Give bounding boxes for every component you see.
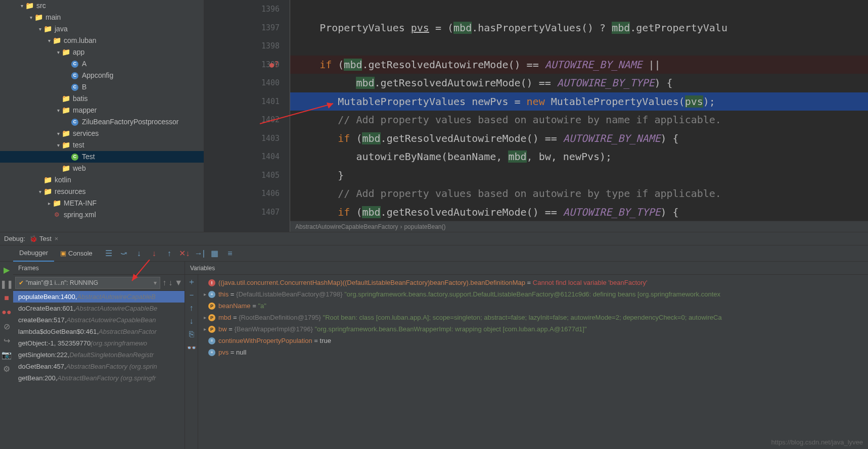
expand-icon[interactable]: ▾ [45,35,53,46]
tab-debugger[interactable]: Debugger [13,245,54,262]
expand-icon[interactable]: ▾ [55,139,62,151]
mute-icon[interactable]: ⊘ [3,322,11,330]
expand-icon[interactable]: ▸ [201,326,208,332]
code-line[interactable]: PropertyValues pvs = (mbd.hasPropertyVal… [290,19,868,37]
frame-row[interactable]: getObject:-1, 352359770 (org.springframe… [13,337,185,349]
frame-row[interactable]: doGetBean:457, AbstractBeanFactory (org.… [13,361,185,372]
tree-item[interactable]: ▾📁main [0,12,204,23]
variables-list[interactable]: !((java.util.concurrent.ConcurrentHashMa… [198,275,868,449]
close-icon[interactable]: × [55,235,59,242]
expand-icon[interactable]: ▸ [201,315,208,320]
tree-item[interactable]: 📁batis [0,93,204,105]
tree-item[interactable]: ▾📁resources [0,186,204,197]
variable-row[interactable]: ▸≡this = {DefaultListableBeanFactory@179… [198,288,868,300]
remove-watch-icon[interactable]: － [188,291,196,299]
variable-row[interactable]: ≡pvs = null [198,346,868,358]
filter-icon[interactable]: ▼ [174,278,182,287]
variable-row[interactable]: ≡continueWithPropertyPopulation = true [198,335,868,346]
variable-row[interactable]: !((java.util.concurrent.ConcurrentHashMa… [198,277,868,288]
breadcrumb[interactable]: AbstractAutowireCapableBeanFactory › pop… [290,221,868,232]
next-frame-icon[interactable]: ↓ [168,278,172,287]
debug-run-config[interactable]: 🐞 Test [29,235,52,242]
code-line[interactable]: mbd.getResolvedAutowireMode() == AUTOWIR… [290,74,868,92]
frame-row[interactable]: createBean:517, AbstractAutowireCapableB… [13,314,185,326]
expand-icon[interactable]: ▾ [55,128,62,139]
tree-item[interactable]: CAppconfig [0,70,204,81]
code-line[interactable]: if (mbd.getResolvedAutowireMode() == AUT… [290,203,868,222]
tree-item[interactable]: ▾📁java [0,23,204,35]
expand-icon[interactable]: ▾ [55,46,62,58]
gutter-line[interactable]: 1406 [204,184,280,203]
down-icon[interactable]: ↓ [188,317,196,325]
gutter-line[interactable]: 1397 [204,19,280,37]
code-line[interactable]: // Add property values based on autowire… [290,184,868,203]
step-out-icon[interactable]: ↑ [165,250,173,258]
tree-item[interactable]: ▾📁test [0,139,204,151]
breakpoint-icon[interactable]: ●? [269,56,279,74]
code-line[interactable]: autowireByName(beanName, mbd, bw, newPvs… [290,147,868,166]
code-editor[interactable]: 1396139713981399●?1400140114021403140414… [204,0,868,232]
camera-icon[interactable]: 📷 [3,351,11,359]
trace-icon[interactable]: ≡ [226,250,234,258]
frame-row[interactable]: getBean:200, AbstractBeanFactory (org.sp… [13,372,185,384]
frame-row[interactable]: doCreateBean:601, AbstractAutowireCapabl… [13,303,185,314]
variable-row[interactable]: ▸Pmbd = {RootBeanDefinition@1795} "Root … [198,312,868,323]
glasses-icon[interactable]: 👓 [188,343,196,352]
step-into-icon[interactable]: ↓ [135,250,143,258]
frame-row[interactable]: lambda$doGetBean$0:461, AbstractBeanFact… [13,326,185,337]
code-line[interactable]: if (mbd.getResolvedAutowireMode() == AUT… [290,56,868,74]
code-line[interactable]: if (mbd.getResolvedAutowireMode() == AUT… [290,129,868,148]
up-icon[interactable]: ↑ [188,304,196,312]
prev-frame-icon[interactable]: ↑ [162,278,166,287]
tree-item[interactable]: ▸📁META-INF [0,197,204,209]
code-line[interactable]: } [290,166,868,185]
run-to-cursor-icon[interactable]: →| [196,250,204,258]
tree-item[interactable]: ▾📁com.luban [0,35,204,46]
tree-item[interactable]: ▾📁mapper [0,105,204,116]
code-line[interactable] [290,37,868,56]
tree-item[interactable]: CA [0,58,204,70]
evaluate-icon[interactable]: ▦ [211,250,219,258]
frames-list[interactable]: populateBean:1400, AbstractAutowireCapab… [13,291,185,449]
settings-icon[interactable]: ⚙ [3,365,11,373]
code-line[interactable]: // Add property values based on autowire… [290,111,868,129]
gutter-line[interactable]: 1404 [204,147,280,166]
gutter-line[interactable]: 1398 [204,37,280,56]
expand-icon[interactable]: ▾ [18,0,25,12]
frame-row[interactable]: populateBean:1400, AbstractAutowireCapab… [13,291,185,303]
breakpoints-icon[interactable]: ●● [3,308,11,316]
force-step-into-icon[interactable]: ↓ [150,250,158,258]
gutter-line[interactable]: 1407 [204,203,280,222]
restore-icon[interactable]: ↪ [3,336,11,344]
tree-item[interactable]: ▾📁services [0,128,204,139]
tab-console[interactable]: ▣ Console [54,245,99,262]
stop-icon[interactable]: ■ [3,294,11,302]
tree-item[interactable]: CZiluBeanFactoryPostprocessor [0,116,204,128]
resume-icon[interactable]: ▶ [3,266,11,274]
gutter-line[interactable]: 1396 [204,0,280,19]
step-over-icon[interactable]: ⤻ [120,250,128,258]
gutter-line[interactable]: 1405 [204,166,280,185]
tree-item[interactable]: ▾📁src [0,0,204,12]
variable-row[interactable]: ▸Pbw = {BeanWrapperImpl@1796} "org.sprin… [198,323,868,335]
tree-item[interactable]: 📁kotlin [0,174,204,186]
expand-icon[interactable]: ▾ [36,186,43,197]
add-watch-icon[interactable]: ＋ [188,278,196,286]
copy-icon[interactable]: ⎘ [188,330,196,338]
code-line[interactable]: MutablePropertyValues newPvs = new Mutab… [290,92,868,111]
tree-item[interactable]: ⚙spring.xml [0,209,204,221]
tree-item[interactable]: ▾📁app [0,46,204,58]
gutter-line[interactable]: 1399●? [204,56,280,74]
expand-icon[interactable]: ▸ [45,197,53,209]
tree-item[interactable]: CTest [0,151,204,163]
variable-row[interactable]: PbeanName = "a" [198,300,868,312]
expand-icon[interactable]: ▾ [36,23,43,35]
gutter-line[interactable]: 1403 [204,129,280,148]
gutter-line[interactable]: 1400 [204,74,280,92]
layout-icon[interactable]: ☰ [105,250,113,258]
tree-item[interactable]: CB [0,81,204,93]
expand-icon[interactable]: ▸ [201,291,208,297]
tree-item[interactable]: 📁web [0,163,204,174]
project-tree[interactable]: ▾📁src▾📁main▾📁java▾📁com.luban▾📁appCACAppc… [0,0,204,232]
code-line[interactable] [290,0,868,19]
